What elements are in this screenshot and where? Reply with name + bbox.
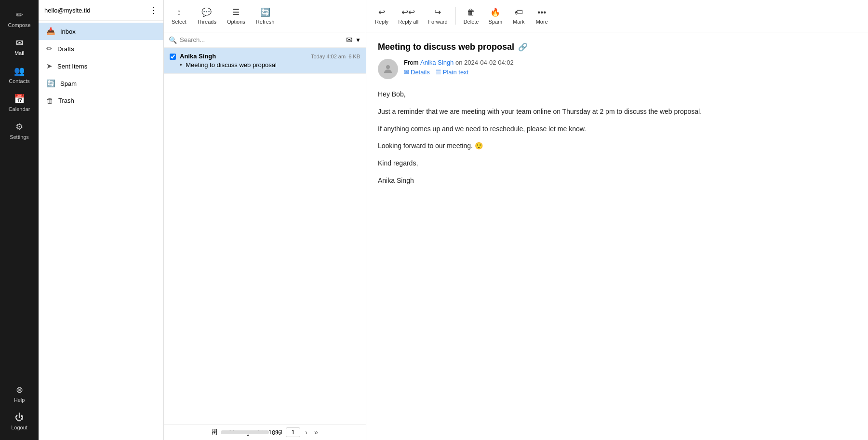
email-date: on 2024-04-02 04:02 xyxy=(455,59,514,66)
reply-all-label: Reply all xyxy=(398,19,418,25)
refresh-label: Refresh xyxy=(256,19,275,25)
table-row[interactable]: Anika Singh Today 4:02 am 6 KB • Meeting… xyxy=(164,48,366,74)
options-button[interactable]: ☰ Options xyxy=(223,4,249,28)
details-link[interactable]: ✉ Details xyxy=(404,69,430,76)
folder-item-sent[interactable]: ➤ Sent Items xyxy=(39,57,163,75)
body-line-6: Anika Singh xyxy=(378,175,856,187)
email-links: ✉ Details ☰ Plain text xyxy=(404,69,514,76)
trash-icon: 🗑 xyxy=(46,96,53,105)
compose-icon: ✏ xyxy=(16,10,23,20)
sidebar-item-label: Settings xyxy=(10,134,29,140)
logout-icon: ⏻ xyxy=(15,412,24,423)
sidebar-item-label: Help xyxy=(14,397,25,403)
sidebar: ✏ Compose ✉ Mail 👥 Contacts 📅 Calendar ⚙… xyxy=(0,0,39,440)
forward-label: Forward xyxy=(428,19,447,25)
progress-bar xyxy=(221,430,269,434)
sidebar-item-label: Compose xyxy=(8,22,30,28)
select-icon: ↕ xyxy=(177,8,181,17)
message-panel: ↕ Select 💬 Threads ☰ Options 🔄 Refresh 🔍… xyxy=(164,0,366,440)
spam-icon: 🔥 xyxy=(490,7,500,17)
spam-button[interactable]: 🔥 Spam xyxy=(484,4,506,28)
sidebar-item-settings[interactable]: ⚙ Settings xyxy=(0,117,39,145)
threads-button[interactable]: 💬 Threads xyxy=(193,4,220,28)
reply-icon: ↩ xyxy=(378,7,385,17)
folder-label: Inbox xyxy=(60,28,76,35)
reply-button[interactable]: ↩ Reply xyxy=(371,4,392,28)
reply-label: Reply xyxy=(375,19,388,25)
sidebar-item-contacts[interactable]: 👥 Contacts xyxy=(0,61,39,89)
spam-label: Spam xyxy=(488,19,502,25)
message-size: 6 KB xyxy=(348,54,360,59)
refresh-button[interactable]: 🔄 Refresh xyxy=(252,4,279,28)
last-page-button[interactable]: » xyxy=(312,427,320,437)
external-link-icon[interactable]: 🔗 xyxy=(518,42,528,52)
toolbar-separator xyxy=(455,7,456,25)
message-checkbox[interactable] xyxy=(170,54,176,60)
folder-item-drafts[interactable]: ✏ Drafts xyxy=(39,40,163,57)
folder-panel: hello@mysite.tld ⋮ 📥 Inbox ✏ Drafts ➤ Se… xyxy=(39,0,164,440)
select-label: Select xyxy=(172,19,187,25)
folder-item-trash[interactable]: 🗑 Trash xyxy=(39,92,163,109)
folder-header: hello@mysite.tld ⋮ xyxy=(39,0,163,21)
filter-icon[interactable]: ✉ xyxy=(346,35,352,44)
message-date: Today 4:02 am xyxy=(311,54,346,59)
page-input[interactable] xyxy=(286,427,300,437)
email-from: From Anika Singh on 2024-04-02 04:02 xyxy=(404,59,514,66)
details-icon: ✉ xyxy=(404,69,409,76)
more-button[interactable]: ••• More xyxy=(531,5,552,28)
folder-item-spam[interactable]: 🔄 Spam xyxy=(39,75,163,92)
folder-item-inbox[interactable]: 📥 Inbox xyxy=(39,23,163,40)
options-icon: ☰ xyxy=(232,7,240,17)
search-icon: 🔍 xyxy=(169,36,177,44)
email-meta-info: From Anika Singh on 2024-04-02 04:02 ✉ D… xyxy=(404,59,514,76)
dropdown-icon[interactable]: ▼ xyxy=(355,37,361,43)
sidebar-item-calendar[interactable]: 📅 Calendar xyxy=(0,89,39,117)
sidebar-item-help[interactable]: ⊗ Help xyxy=(11,380,27,408)
storage-indicator: 🗄 0% xyxy=(211,428,281,436)
delete-button[interactable]: 🗑 Delete xyxy=(460,5,483,28)
threads-icon: 💬 xyxy=(201,7,212,17)
message-content: Anika Singh Today 4:02 am 6 KB • Meeting… xyxy=(180,53,360,69)
message-toolbar: ↕ Select 💬 Threads ☰ Options 🔄 Refresh xyxy=(164,0,366,32)
message-list: Anika Singh Today 4:02 am 6 KB • Meeting… xyxy=(164,48,366,424)
options-label: Options xyxy=(227,19,245,25)
svg-point-0 xyxy=(386,65,390,69)
search-bar: 🔍 ✉ ▼ xyxy=(164,32,366,48)
body-line-1: Hey Bob, xyxy=(378,89,856,100)
folder-label: Trash xyxy=(58,97,74,104)
body-line-5: Kind regards, xyxy=(378,158,856,169)
more-label: More xyxy=(536,19,548,25)
contacts-icon: 👥 xyxy=(14,66,25,76)
sender-name[interactable]: Anika Singh xyxy=(420,59,454,66)
storage-percent: 0% xyxy=(272,429,281,436)
storage-icon: 🗄 xyxy=(211,428,218,436)
reading-toolbar: ↩ Reply ↩↩ Reply all ↪ Forward 🗑 Delete … xyxy=(366,0,868,32)
select-button[interactable]: ↕ Select xyxy=(168,5,190,28)
calendar-icon: 📅 xyxy=(14,94,25,104)
sidebar-item-label: Contacts xyxy=(9,78,29,84)
reply-all-button[interactable]: ↩↩ Reply all xyxy=(394,4,422,28)
help-icon: ⊗ xyxy=(16,385,23,395)
search-input[interactable] xyxy=(180,36,343,43)
delete-icon: 🗑 xyxy=(467,8,475,17)
folder-label: Drafts xyxy=(57,45,74,53)
next-page-button[interactable]: › xyxy=(303,427,309,437)
plain-text-icon: ☰ xyxy=(436,69,441,76)
delete-label: Delete xyxy=(464,19,479,25)
mark-button[interactable]: 🏷 Mark xyxy=(508,5,529,28)
sidebar-item-compose[interactable]: ✏ Compose xyxy=(0,5,39,33)
sidebar-item-logout[interactable]: ⏻ Logout xyxy=(11,408,27,435)
email-meta: From Anika Singh on 2024-04-02 04:02 ✉ D… xyxy=(378,59,856,79)
sidebar-item-mail[interactable]: ✉ Mail xyxy=(0,33,39,61)
avatar xyxy=(378,59,398,79)
folder-list: 📥 Inbox ✏ Drafts ➤ Sent Items 🔄 Spam 🗑 T… xyxy=(39,21,163,111)
folder-more-button[interactable]: ⋮ xyxy=(149,5,158,15)
settings-icon: ⚙ xyxy=(15,122,23,132)
from-label: From xyxy=(404,59,418,66)
email-subject: Meeting to discuss web proposal 🔗 xyxy=(378,42,856,52)
forward-button[interactable]: ↪ Forward xyxy=(424,4,451,28)
email-body: Hey Bob, Just a reminder that we are mee… xyxy=(378,89,856,187)
drafts-icon: ✏ xyxy=(46,44,53,53)
folder-label: Sent Items xyxy=(57,63,87,70)
plain-text-link[interactable]: ☰ Plain text xyxy=(436,69,468,76)
